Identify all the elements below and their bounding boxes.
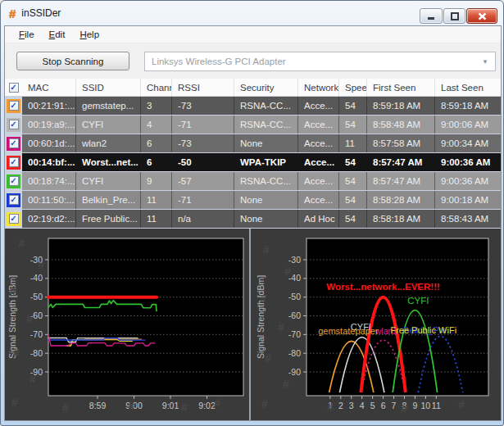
- curve-label: CYFI: [407, 296, 429, 306]
- network-checkbox[interactable]: ✓: [7, 137, 20, 151]
- table-body: ✓00:21:91:...gemstatep...3-73RSNA-CC...A…: [5, 97, 501, 228]
- cell-ssid: Free Public...: [76, 210, 141, 228]
- y-tick-label: -80: [288, 348, 301, 358]
- time-graph-panel[interactable]: -30-40-50-60-70-80-908:599:009:019:02Sig…: [5, 229, 249, 420]
- plot-area: [48, 238, 243, 396]
- cell-network: Acce...: [298, 153, 339, 171]
- x-tick-label: 7: [392, 401, 397, 410]
- close-icon: [478, 12, 487, 20]
- cell-speed: 54: [339, 210, 367, 228]
- cell-rssi: -57: [172, 172, 234, 190]
- channel-graph: -30-40-50-60-70-80-901234567891011Signal…: [253, 229, 501, 418]
- header-cell-checkbox[interactable]: ✓: [5, 79, 22, 96]
- x-tick-label: 9: [413, 401, 418, 410]
- network-checkbox[interactable]: ✓: [7, 174, 20, 188]
- network-table: ✓MACSSIDChannRSSISecurityNetworkSpeeFirs…: [5, 79, 501, 229]
- x-tick-label: 2: [338, 401, 343, 410]
- close-button[interactable]: [466, 8, 497, 24]
- menu-item-file[interactable]: File: [11, 28, 42, 41]
- cell-ssid: gemstatep...: [76, 97, 141, 115]
- network-checkbox[interactable]: ✓: [7, 99, 20, 113]
- cell-network: Acce...: [298, 116, 339, 134]
- cell-security: WPA-TKIP: [234, 153, 298, 171]
- minimize-button[interactable]: [420, 8, 443, 24]
- curve-label: Free Public WiFi: [390, 325, 456, 335]
- x-tick-label: 3: [349, 401, 354, 410]
- table-row[interactable]: ✓00:19:a9:...CYFI4-71RSNA-CC...Acce...54…: [5, 116, 501, 134]
- curve-label: gemstatepaper: [318, 326, 379, 336]
- network-checkbox[interactable]: ✓: [7, 118, 20, 132]
- table-row[interactable]: ✓00:11:50:...Belkin_Pre...11-71NoneAcce.…: [5, 191, 501, 209]
- x-tick-label: 6: [381, 401, 386, 410]
- cell-last_seen: 9:00:36 AM: [435, 153, 501, 171]
- header-cell-network[interactable]: Network: [298, 79, 339, 96]
- menu-item-help[interactable]: Help: [72, 28, 107, 41]
- row-checkbox-cell: ✓: [5, 210, 22, 228]
- x-tick-label: 9:00: [125, 401, 143, 410]
- checkbox-box: ✓: [9, 195, 19, 205]
- header-cell-chann[interactable]: Chann: [141, 79, 172, 96]
- cell-ssid: wlan2: [76, 134, 141, 152]
- cell-mac: 00:18:74:...: [22, 172, 76, 190]
- title-bar[interactable]: # inSSIDer: [1, 1, 503, 25]
- cell-first_seen: 8:57:58 AM: [367, 134, 435, 152]
- cell-first_seen: 8:58:48 AM: [367, 116, 435, 134]
- y-tick-label: -90: [288, 367, 301, 377]
- x-tick-label: 11: [432, 401, 441, 410]
- cell-rssi: -73: [172, 97, 234, 115]
- menu-item-edit[interactable]: Edit: [42, 28, 73, 41]
- row-checkbox-cell: ✓: [5, 172, 22, 190]
- client-area: FileEditHelp Stop Scanning Linksys Wirel…: [4, 25, 502, 421]
- table-row[interactable]: ✓00:14:bf:...Worst...net...6-50WPA-TKIPA…: [5, 153, 501, 171]
- select-all-checkbox[interactable]: ✓: [7, 80, 20, 94]
- header-cell-ssid[interactable]: SSID: [76, 79, 141, 96]
- cell-rssi: -73: [172, 134, 234, 152]
- cell-last_seen: 9:00:34 AM: [435, 134, 501, 152]
- table-header-row[interactable]: ✓MACSSIDChannRSSISecurityNetworkSpeeFirs…: [5, 79, 501, 97]
- graphs-area: -30-40-50-60-70-80-908:599:009:019:02Sig…: [5, 229, 501, 420]
- stop-scanning-button[interactable]: Stop Scanning: [16, 52, 129, 70]
- header-cell-last-seen[interactable]: Last Seen: [435, 79, 501, 96]
- network-checkbox[interactable]: ✓: [7, 212, 20, 226]
- y-tick-label: -80: [30, 348, 43, 358]
- adapter-select[interactable]: Linksys Wireless-G PCI Adapter ▼: [144, 52, 496, 71]
- cell-channel: 4: [141, 116, 172, 134]
- y-axis-title: Signal Strength [dBm]: [7, 275, 17, 359]
- cell-first_seen: 8:59:18 AM: [367, 97, 435, 115]
- cell-channel: 6: [141, 153, 172, 171]
- cell-network: Acce...: [298, 191, 339, 209]
- cell-first_seen: 8:57:47 AM: [367, 172, 435, 190]
- menu-bar: FileEditHelp: [5, 26, 501, 43]
- checkbox-box: ✓: [9, 101, 19, 111]
- y-tick-label: -50: [30, 292, 43, 301]
- row-checkbox-cell: ✓: [5, 134, 22, 152]
- x-tick-label: 5: [370, 401, 375, 410]
- table-row[interactable]: ✓00:60:1d:...wlan26-73NoneAcce...118:57:…: [5, 134, 501, 152]
- app-window: # inSSIDer FileEditHelp Stop Scanning Li…: [0, 0, 504, 426]
- curve-label: Worst...network...EVER!!!: [326, 282, 439, 292]
- network-checkbox[interactable]: ✓: [7, 193, 20, 207]
- cell-channel: 11: [141, 191, 172, 209]
- cell-speed: 54: [339, 116, 367, 134]
- cell-last_seen: 8:59:18 AM: [435, 97, 501, 115]
- checkbox-box: ✓: [9, 83, 19, 93]
- header-cell-first-seen[interactable]: First Seen: [367, 79, 435, 96]
- header-cell-spee[interactable]: Spee: [339, 79, 367, 96]
- table-row[interactable]: ✓02:19:d2:...Free Public...11n/aNoneAd H…: [5, 210, 501, 228]
- channel-graph-panel[interactable]: -30-40-50-60-70-80-901234567891011Signal…: [253, 229, 501, 420]
- x-tick-label: 9:02: [198, 401, 216, 410]
- cell-mac: 00:14:bf:...: [22, 153, 76, 171]
- table-row[interactable]: ✓00:21:91:...gemstatep...3-73RSNA-CC...A…: [5, 97, 501, 115]
- y-tick-label: -70: [30, 329, 43, 339]
- y-tick-label: -60: [30, 310, 43, 320]
- header-cell-rssi[interactable]: RSSI: [172, 79, 234, 96]
- header-cell-security[interactable]: Security: [234, 79, 298, 96]
- header-cell-mac[interactable]: MAC: [22, 79, 76, 96]
- cell-security: RSNA-CC...: [234, 97, 298, 115]
- table-row[interactable]: ✓00:18:74:...CYFI9-57RSNA-CC...Acce...54…: [5, 172, 501, 190]
- cell-last_seen: 9:00:36 AM: [435, 172, 501, 190]
- maximize-button[interactable]: [443, 8, 465, 24]
- network-checkbox[interactable]: ✓: [7, 156, 20, 170]
- toolbar: Stop Scanning Linksys Wireless-G PCI Ada…: [5, 43, 501, 79]
- row-checkbox-cell: ✓: [5, 191, 22, 209]
